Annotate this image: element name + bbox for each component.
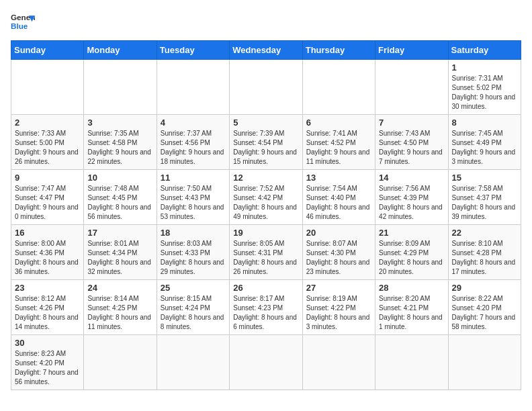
day-number: 22 (452, 228, 517, 238)
day-cell: 25Sunrise: 8:15 AM Sunset: 4:24 PM Dayli… (157, 280, 229, 335)
day-info: Sunrise: 7:41 AM Sunset: 4:52 PM Dayligh… (306, 129, 371, 167)
day-number: 21 (379, 228, 444, 238)
logo: General Blue (11, 11, 35, 35)
weekday-header-row: SundayMondayTuesdayWednesdayThursdayFrid… (11, 41, 521, 60)
day-cell: 3Sunrise: 7:35 AM Sunset: 4:58 PM Daylig… (84, 115, 157, 170)
day-number: 8 (452, 118, 517, 128)
day-number: 15 (452, 173, 517, 183)
day-cell: 2Sunrise: 7:33 AM Sunset: 5:00 PM Daylig… (11, 115, 84, 170)
day-cell (84, 60, 157, 115)
day-number: 2 (15, 118, 80, 128)
day-cell (157, 60, 229, 115)
day-cell: 13Sunrise: 7:54 AM Sunset: 4:40 PM Dayli… (302, 170, 375, 225)
day-number: 24 (87, 283, 152, 293)
day-cell: 7Sunrise: 7:43 AM Sunset: 4:50 PM Daylig… (375, 115, 448, 170)
day-info: Sunrise: 7:54 AM Sunset: 4:40 PM Dayligh… (306, 184, 371, 222)
day-info: Sunrise: 7:52 AM Sunset: 4:42 PM Dayligh… (233, 184, 298, 222)
day-info: Sunrise: 8:10 AM Sunset: 4:28 PM Dayligh… (452, 239, 517, 277)
day-info: Sunrise: 8:17 AM Sunset: 4:23 PM Dayligh… (233, 294, 298, 332)
day-info: Sunrise: 8:03 AM Sunset: 4:33 PM Dayligh… (161, 239, 226, 277)
day-cell: 4Sunrise: 7:37 AM Sunset: 4:56 PM Daylig… (157, 115, 229, 170)
day-cell: 30Sunrise: 8:23 AM Sunset: 4:20 PM Dayli… (11, 335, 84, 390)
weekday-thursday: Thursday (302, 41, 375, 60)
day-number: 6 (306, 118, 371, 128)
day-cell: 29Sunrise: 8:22 AM Sunset: 4:20 PM Dayli… (448, 280, 521, 335)
day-cell (302, 335, 375, 390)
day-cell (375, 60, 448, 115)
day-cell (448, 335, 521, 390)
day-cell: 16Sunrise: 8:00 AM Sunset: 4:36 PM Dayli… (11, 225, 84, 280)
day-info: Sunrise: 8:15 AM Sunset: 4:24 PM Dayligh… (161, 294, 226, 332)
week-row-1: 1Sunrise: 7:31 AM Sunset: 5:02 PM Daylig… (11, 60, 521, 115)
day-number: 10 (87, 173, 152, 183)
day-info: Sunrise: 8:14 AM Sunset: 4:25 PM Dayligh… (87, 294, 152, 332)
day-info: Sunrise: 8:01 AM Sunset: 4:34 PM Dayligh… (87, 239, 152, 277)
day-cell: 15Sunrise: 7:58 AM Sunset: 4:37 PM Dayli… (448, 170, 521, 225)
day-info: Sunrise: 7:56 AM Sunset: 4:39 PM Dayligh… (379, 184, 444, 222)
day-number: 11 (161, 173, 226, 183)
day-cell: 12Sunrise: 7:52 AM Sunset: 4:42 PM Dayli… (230, 170, 302, 225)
day-cell (302, 60, 375, 115)
day-cell: 19Sunrise: 8:05 AM Sunset: 4:31 PM Dayli… (230, 225, 302, 280)
day-number: 4 (161, 118, 226, 128)
week-row-4: 16Sunrise: 8:00 AM Sunset: 4:36 PM Dayli… (11, 225, 521, 280)
day-number: 23 (15, 283, 80, 293)
day-number: 7 (379, 118, 444, 128)
day-info: Sunrise: 8:19 AM Sunset: 4:22 PM Dayligh… (306, 294, 371, 332)
day-cell (11, 60, 84, 115)
day-cell: 22Sunrise: 8:10 AM Sunset: 4:28 PM Dayli… (448, 225, 521, 280)
day-info: Sunrise: 8:07 AM Sunset: 4:30 PM Dayligh… (306, 239, 371, 277)
day-number: 29 (452, 283, 517, 293)
day-info: Sunrise: 8:09 AM Sunset: 4:29 PM Dayligh… (379, 239, 444, 277)
day-cell: 1Sunrise: 7:31 AM Sunset: 5:02 PM Daylig… (448, 60, 521, 115)
day-info: Sunrise: 8:00 AM Sunset: 4:36 PM Dayligh… (15, 239, 80, 277)
day-number: 17 (87, 228, 152, 238)
weekday-monday: Monday (84, 41, 157, 60)
day-cell (157, 335, 229, 390)
day-cell (230, 335, 302, 390)
day-number: 16 (15, 228, 80, 238)
page-header: General Blue (11, 11, 521, 35)
day-info: Sunrise: 8:23 AM Sunset: 4:20 PM Dayligh… (15, 349, 80, 387)
day-cell: 24Sunrise: 8:14 AM Sunset: 4:25 PM Dayli… (84, 280, 157, 335)
day-info: Sunrise: 7:31 AM Sunset: 5:02 PM Dayligh… (452, 74, 517, 111)
day-cell: 17Sunrise: 8:01 AM Sunset: 4:34 PM Dayli… (84, 225, 157, 280)
day-cell: 18Sunrise: 8:03 AM Sunset: 4:33 PM Dayli… (157, 225, 229, 280)
day-cell: 14Sunrise: 7:56 AM Sunset: 4:39 PM Dayli… (375, 170, 448, 225)
day-info: Sunrise: 8:22 AM Sunset: 4:20 PM Dayligh… (452, 294, 517, 332)
logo-icon: General Blue (11, 11, 35, 35)
day-cell: 28Sunrise: 8:20 AM Sunset: 4:21 PM Dayli… (375, 280, 448, 335)
weekday-saturday: Saturday (448, 41, 521, 60)
weekday-tuesday: Tuesday (157, 41, 229, 60)
day-number: 27 (306, 283, 371, 293)
week-row-3: 9Sunrise: 7:47 AM Sunset: 4:47 PM Daylig… (11, 170, 521, 225)
day-cell (375, 335, 448, 390)
day-cell: 9Sunrise: 7:47 AM Sunset: 4:47 PM Daylig… (11, 170, 84, 225)
day-info: Sunrise: 8:12 AM Sunset: 4:26 PM Dayligh… (15, 294, 80, 332)
day-info: Sunrise: 7:58 AM Sunset: 4:37 PM Dayligh… (452, 184, 517, 222)
day-cell: 20Sunrise: 8:07 AM Sunset: 4:30 PM Dayli… (302, 225, 375, 280)
day-number: 28 (379, 283, 444, 293)
weekday-sunday: Sunday (11, 41, 84, 60)
day-cell: 11Sunrise: 7:50 AM Sunset: 4:43 PM Dayli… (157, 170, 229, 225)
week-row-2: 2Sunrise: 7:33 AM Sunset: 5:00 PM Daylig… (11, 115, 521, 170)
day-cell (230, 60, 302, 115)
day-cell: 6Sunrise: 7:41 AM Sunset: 4:52 PM Daylig… (302, 115, 375, 170)
day-cell: 8Sunrise: 7:45 AM Sunset: 4:49 PM Daylig… (448, 115, 521, 170)
day-info: Sunrise: 7:37 AM Sunset: 4:56 PM Dayligh… (161, 129, 226, 167)
weekday-wednesday: Wednesday (230, 41, 302, 60)
day-number: 12 (233, 173, 298, 183)
day-cell: 26Sunrise: 8:17 AM Sunset: 4:23 PM Dayli… (230, 280, 302, 335)
day-number: 13 (306, 173, 371, 183)
day-number: 26 (233, 283, 298, 293)
day-cell: 5Sunrise: 7:39 AM Sunset: 4:54 PM Daylig… (230, 115, 302, 170)
day-number: 14 (379, 173, 444, 183)
day-number: 19 (233, 228, 298, 238)
calendar-table: SundayMondayTuesdayWednesdayThursdayFrid… (11, 40, 521, 390)
week-row-5: 23Sunrise: 8:12 AM Sunset: 4:26 PM Dayli… (11, 280, 521, 335)
day-number: 25 (161, 283, 226, 293)
day-number: 9 (15, 173, 80, 183)
day-number: 20 (306, 228, 371, 238)
day-cell: 21Sunrise: 8:09 AM Sunset: 4:29 PM Dayli… (375, 225, 448, 280)
day-cell: 10Sunrise: 7:48 AM Sunset: 4:45 PM Dayli… (84, 170, 157, 225)
